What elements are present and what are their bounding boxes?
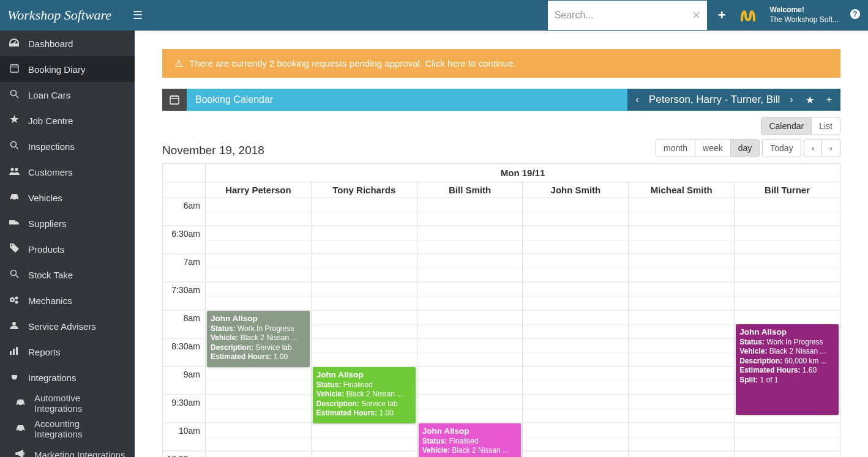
search-box: ✕ [548, 1, 707, 30]
clear-search-icon[interactable]: ✕ [692, 9, 701, 22]
company-logo-icon [737, 4, 759, 26]
company-name: The Workshop Soft... [770, 15, 839, 25]
app-header: Workshop Software ☰ ✕ + Welcome! The Wor… [0, 0, 868, 31]
welcome-text: Welcome! The Workshop Soft... [770, 6, 839, 24]
add-icon[interactable]: + [718, 7, 726, 23]
brand-logo: Workshop Software [7, 7, 121, 23]
svg-text:?: ? [853, 10, 857, 18]
welcome-label: Welcome! [770, 6, 839, 15]
help-icon[interactable]: ? [850, 9, 861, 23]
hamburger-icon[interactable]: ☰ [133, 9, 143, 22]
search-input[interactable] [548, 1, 707, 30]
